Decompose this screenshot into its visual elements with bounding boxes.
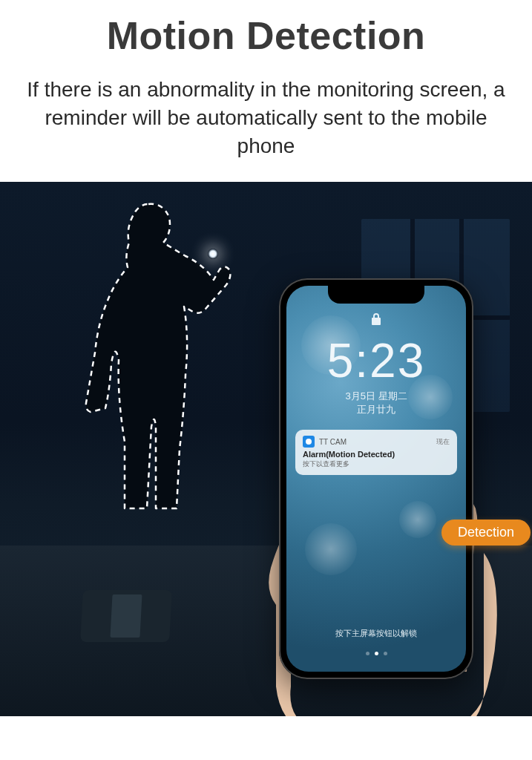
phone-in-hand: 5:23 3月5日 星期二 正月廿九 TT CAM 现在 Alarm(Motio… [250,271,502,716]
detection-badge: Detection [441,520,531,546]
scene-illustration: 5:23 3月5日 星期二 正月廿九 TT CAM 现在 Alarm(Motio… [0,182,532,716]
lock-screen[interactable]: 5:23 3月5日 星期二 正月廿九 TT CAM 现在 Alarm(Motio… [286,286,466,672]
desk-object [80,590,172,642]
phone-frame: 5:23 3月5日 星期二 正月廿九 TT CAM 现在 Alarm(Motio… [279,278,473,679]
notification-subtitle: 按下以查看更多 [303,459,450,469]
app-icon [303,436,315,448]
page-title: Motion Detection [22,13,510,58]
lock-screen-date-1: 3月5日 星期二 [286,390,466,403]
notification-app-name: TT CAM [319,438,432,446]
notification-time: 现在 [436,437,450,447]
lock-screen-time: 5:23 [286,333,466,388]
phone-notch [328,286,424,304]
svg-point-0 [306,439,312,445]
page-subtitle: If there is an abnormality in the monito… [22,76,510,160]
lock-icon [371,312,381,329]
swipe-hint: 按下主屏幕按钮以解锁 [286,628,466,639]
notification-title: Alarm(Motion Detected) [303,450,450,459]
page-dots [286,652,466,655]
intruder-silhouette [45,189,252,516]
notification-card[interactable]: TT CAM 现在 Alarm(Motion Detected) 按下以查看更多 [295,430,457,475]
lock-screen-date-2: 正月廿九 [286,403,466,416]
hero-section: Motion Detection If there is an abnormal… [0,0,532,160]
